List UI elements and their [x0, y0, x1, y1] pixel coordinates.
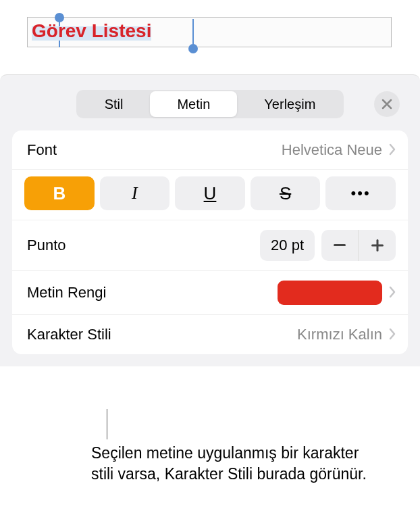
callout-text: Seçilen metine uygulanmış bir karakter s…	[91, 443, 375, 485]
text-selection[interactable]: Görev Listesi	[30, 18, 153, 46]
chevron-right-icon	[389, 283, 396, 302]
svg-rect-0	[334, 244, 346, 246]
text-format-card: Font Helvetica Neue B I U S ••• Punto 20…	[12, 130, 408, 354]
panel-header: Stil Metin Yerleşim	[0, 75, 420, 130]
chevron-right-icon	[389, 141, 396, 160]
selection-bar-end	[192, 19, 194, 47]
text-box[interactable]: Görev Listesi	[27, 17, 392, 47]
tab-layout[interactable]: Yerleşim	[237, 91, 342, 117]
character-style-value: Kırmızı Kalın	[111, 326, 382, 343]
text-content[interactable]: Görev Listesi	[32, 20, 151, 41]
more-icon: •••	[351, 185, 371, 202]
close-icon	[382, 99, 392, 110]
size-stepper	[321, 230, 396, 261]
close-button[interactable]	[374, 91, 400, 117]
italic-button[interactable]: I	[100, 176, 170, 210]
size-decrease-button[interactable]	[321, 230, 359, 261]
text-color-row[interactable]: Metin Rengi	[12, 271, 408, 315]
text-style-row: B I U S •••	[12, 170, 408, 220]
size-row: Punto 20 pt	[12, 220, 408, 271]
size-increase-button[interactable]	[359, 230, 396, 261]
bold-button[interactable]: B	[24, 176, 95, 210]
size-value[interactable]: 20 pt	[260, 230, 315, 261]
plus-icon	[371, 239, 384, 251]
character-style-row[interactable]: Karakter Stili Kırmızı Kalın	[12, 315, 408, 354]
tab-style[interactable]: Stil	[78, 91, 151, 117]
color-swatch[interactable]	[278, 281, 382, 305]
callout-line	[107, 409, 107, 439]
tab-segmented-control: Stil Metin Yerleşim	[76, 90, 344, 118]
text-color-label: Metin Rengi	[27, 284, 106, 301]
selection-handle-end[interactable]	[188, 44, 198, 53]
size-controls: 20 pt	[260, 230, 396, 261]
format-panel: Stil Metin Yerleşim Font Helvetica Neue …	[0, 74, 420, 366]
font-label: Font	[27, 141, 57, 159]
strikethrough-button[interactable]: S	[251, 176, 321, 210]
minus-icon	[334, 244, 346, 247]
more-styles-button[interactable]: •••	[325, 176, 396, 210]
tab-text[interactable]: Metin	[150, 91, 237, 117]
character-style-label: Karakter Stili	[27, 326, 111, 343]
size-label: Punto	[27, 237, 66, 254]
chevron-right-icon	[389, 325, 396, 344]
svg-rect-2	[371, 245, 384, 247]
underline-button[interactable]: U	[175, 176, 245, 210]
font-row[interactable]: Font Helvetica Neue	[12, 130, 408, 170]
font-value: Helvetica Neue	[57, 141, 382, 159]
